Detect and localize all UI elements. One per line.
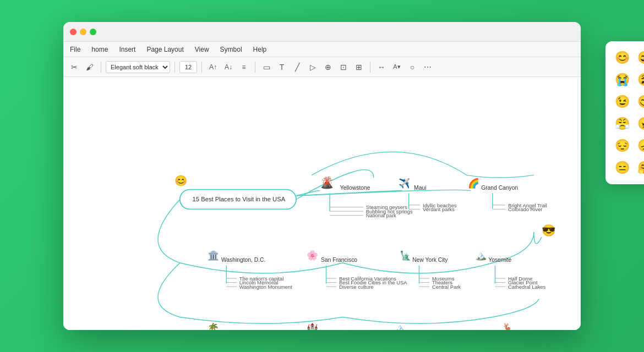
maui-emoji: ✈️	[399, 178, 411, 189]
center-emoji: 😊	[174, 174, 188, 187]
washington-emoji: 🏛️	[208, 250, 220, 261]
washington-child-3: Washington Monument	[239, 284, 292, 290]
new-york-node[interactable]: 🗽 New York City Museums Theaters Central…	[400, 250, 461, 289]
menu-file[interactable]: File	[70, 46, 80, 53]
table-icon[interactable]: ⊞	[352, 61, 365, 74]
menu-view[interactable]: View	[195, 46, 209, 53]
ny-child-3: Central Park	[432, 284, 461, 290]
new-york-emoji: 🗽	[400, 250, 412, 261]
washington-label: Washington, D.C.	[221, 257, 265, 263]
san-francisco-node[interactable]: 🌸 San Francisco Best California Vacation…	[307, 250, 407, 289]
sf-child-3: Diverse culture	[339, 284, 374, 290]
canvas[interactable]: 😊 15 Best Places to Visit in the USA 🌋 Y…	[63, 77, 581, 330]
font-size-input[interactable]	[179, 61, 197, 73]
arrow-icon[interactable]: ▷	[306, 61, 319, 74]
emoji-7[interactable]: 😭	[612, 70, 632, 90]
emoji-13[interactable]: 😉	[612, 92, 632, 112]
maximize-button[interactable]	[90, 29, 96, 35]
san-diego-label: San Diego	[516, 329, 542, 330]
maui-label: Maui	[414, 185, 426, 191]
traffic-lights	[70, 29, 96, 35]
stroke-icon[interactable]: ○	[406, 61, 419, 74]
grand-canyon-node[interactable]: 🌈 Grand Canyon Bright Angel Trail Colora…	[468, 178, 547, 212]
emoji-32[interactable]: 🤗	[635, 158, 644, 178]
maui-child-2: Verdant parks	[423, 207, 455, 212]
divider-4	[255, 62, 255, 73]
crop-icon[interactable]: ⊡	[337, 61, 350, 74]
honolulu-label: Honolulu - Oahu	[221, 329, 263, 330]
yosemite-node[interactable]: 🏔️ Yosemite Half Dome Glacier Point Cath…	[475, 250, 546, 289]
yosemite-child-3: Cathedral Lakes	[508, 284, 546, 290]
emoji-panel: 😊 😄 😀 😟 😡 😢 😭 😩 😎 🥰 🤔 😏 😉 😋 😌 😍 🤩 🤓 😤 😠 …	[605, 41, 644, 184]
lake-tahoe-label: Lake Tahoe	[407, 329, 436, 330]
washington-node[interactable]: 🏛️ Washington, D.C. The nation's capital…	[208, 250, 293, 289]
san-francisco-emoji: 🌸	[307, 250, 319, 261]
mindmap-svg: 😊 15 Best Places to Visit in the USA 🌋 Y…	[63, 77, 581, 330]
emoji-26[interactable]: 😞	[635, 136, 644, 156]
font-size-down-icon[interactable]: A↓	[222, 61, 235, 74]
line-icon[interactable]: ╱	[291, 61, 304, 74]
yellowstone-emoji: 🌋	[320, 175, 334, 190]
toolbar: ✂ 🖌 Elegant soft black A↑ A↓ ≡ ▭ T ╱ ▷ ⊕…	[63, 57, 581, 77]
app-window: File home Insert Page Layout View Symbol…	[63, 22, 581, 330]
menubar: File home Insert Page Layout View Symbol…	[63, 42, 581, 57]
center-label: 15 Best Places to Visit in the USA	[193, 196, 286, 202]
yellowstone-label: Yellowstone	[340, 185, 370, 191]
grand-canyon-label: Grand Canyon	[481, 185, 518, 191]
yosemite-label: Yosemite	[488, 257, 511, 263]
text-icon[interactable]: T	[275, 61, 288, 74]
center-node[interactable]: 😊 15 Best Places to Visit in the USA	[174, 174, 296, 209]
emoji-31[interactable]: 😑	[612, 158, 632, 178]
rect-icon[interactable]: ▭	[260, 61, 273, 74]
right-emoji: 😎	[542, 223, 556, 238]
menu-insert[interactable]: Insert	[119, 46, 135, 53]
lake-tahoe-emoji: 🏔️	[394, 322, 406, 330]
emoji-19[interactable]: 😤	[612, 114, 632, 134]
emoji-1[interactable]: 😊	[612, 48, 632, 68]
menu-home[interactable]: home	[91, 46, 108, 53]
divider-1	[101, 62, 101, 73]
menu-help[interactable]: Help	[253, 46, 267, 53]
san-diego-emoji: 🦌	[502, 322, 514, 330]
font-select[interactable]: Elegant soft black	[106, 61, 170, 73]
emoji-25[interactable]: 😔	[612, 136, 632, 156]
move-icon[interactable]: ↔	[375, 61, 388, 74]
cut-icon[interactable]: ✂	[68, 61, 81, 74]
boston-label: Boston	[321, 329, 339, 330]
grand-canyon-emoji: 🌈	[468, 178, 480, 189]
yosemite-emoji: 🏔️	[475, 250, 487, 261]
divider-5	[370, 62, 370, 73]
honolulu-emoji: 🌴	[208, 322, 220, 330]
more-icon[interactable]: ⋯	[421, 61, 434, 74]
close-button[interactable]	[70, 29, 77, 35]
layers-icon[interactable]: ⊕	[321, 61, 335, 74]
divider-3	[201, 62, 202, 73]
emoji-2[interactable]: 😄	[635, 48, 644, 68]
san-francisco-label: San Francisco	[321, 257, 357, 263]
menu-symbol[interactable]: Symbol	[220, 46, 242, 53]
grand-canyon-child-2: Colorado River	[508, 207, 543, 212]
new-york-label: New York City	[412, 257, 448, 263]
align-icon[interactable]: ≡	[237, 61, 250, 74]
font-size-up-icon[interactable]: A↑	[206, 61, 220, 74]
boston-node[interactable]: 🏰 Boston Boston Common Boston Public Gar…	[307, 322, 389, 330]
menu-page-layout[interactable]: Page Layout	[146, 46, 183, 53]
divider-2	[174, 62, 175, 73]
fill-color-icon[interactable]: A▾	[390, 61, 403, 74]
emoji-20[interactable]: 😠	[635, 114, 644, 134]
emoji-8[interactable]: 😩	[635, 70, 644, 90]
san-diego-node[interactable]: 🦌 San Diego Balboa Park San Diego Zoo	[502, 322, 570, 330]
minimize-button[interactable]	[80, 29, 86, 35]
emoji-14[interactable]: 😋	[635, 92, 644, 112]
yellowstone-child-3: National park	[366, 213, 397, 218]
boston-emoji: 🏰	[307, 322, 319, 330]
titlebar	[63, 22, 581, 42]
brush-icon[interactable]: 🖌	[83, 61, 96, 74]
